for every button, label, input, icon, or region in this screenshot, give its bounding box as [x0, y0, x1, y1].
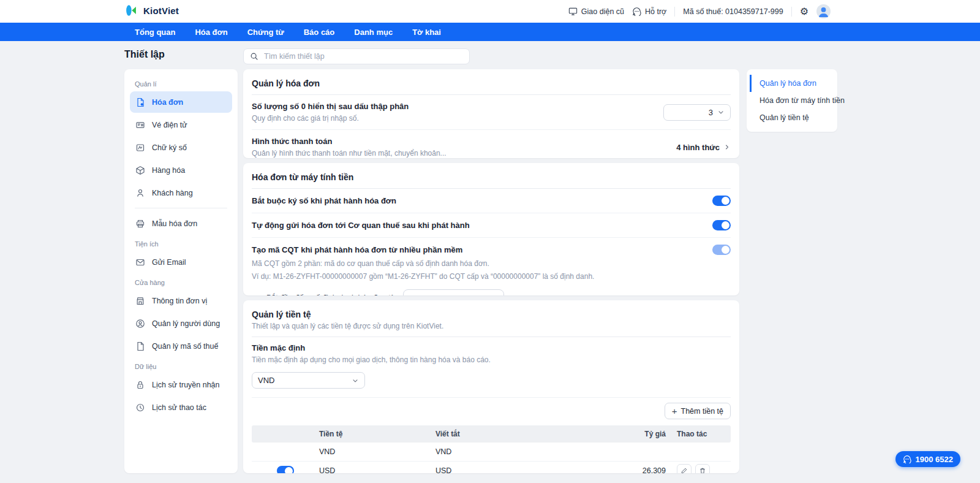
decimal-zeros-row: Số lượng số 0 hiển thị sau dấu thập phân… — [252, 95, 731, 130]
decimal-zeros-value: 3 — [709, 108, 713, 117]
main-nav: Tổng quan Hóa đơn Chứng từ Báo cáo Danh … — [0, 23, 980, 41]
nav-danh-muc[interactable]: Danh mục — [354, 28, 393, 37]
nav-bao-cao[interactable]: Báo cáo — [304, 28, 335, 37]
default-currency-label: Tiền mặc định — [252, 343, 731, 352]
require-signature-toggle[interactable] — [712, 196, 731, 206]
add-currency-button[interactable]: + Thêm tiền tệ — [665, 403, 731, 419]
sidebar-item-label: Lịch sử truyền nhận — [152, 381, 220, 389]
sidebar-item-label: Chữ ký số — [152, 143, 187, 152]
section-toc: Quản lý hóa đơn Hóa đơn từ máy tính tiền… — [747, 69, 837, 132]
counter-label: Bắt đầu đếm số định danh hóa đơn từ — [266, 294, 396, 295]
vnd-abbr-cell: VND — [435, 447, 614, 456]
default-currency-select[interactable]: VND — [252, 372, 365, 389]
payment-methods-row[interactable]: Hình thức thanh toán Quản lý hình thức t… — [252, 130, 731, 158]
sidebar-item-lich-su-truyen-nhan[interactable]: Lịch sử truyền nhận — [130, 374, 232, 395]
toc-hoa-don-tu-may-tinh-tien[interactable]: Hóa đơn từ máy tính tiền — [750, 92, 837, 109]
invoice-section-title: Quản lý hóa đơn — [252, 76, 731, 95]
sidebar-item-label: Lịch sử thao tác — [152, 403, 206, 412]
chat-bubble-icon — [632, 7, 641, 16]
counter-input[interactable] — [403, 289, 504, 295]
kiotviet-logo-icon — [124, 3, 139, 18]
sidebar-item-lich-su-thao-tac[interactable]: Lịch sử thao tác — [130, 397, 232, 418]
edit-usd-button[interactable] — [677, 464, 692, 474]
history-icon — [135, 403, 145, 413]
decimal-zeros-select[interactable]: 3 — [663, 104, 731, 121]
usd-currency-cell: USD — [319, 466, 435, 473]
package-icon — [135, 165, 145, 175]
require-signature-row: Bắt buộc ký số khi phát hành hóa đơn — [252, 189, 731, 213]
default-currency-desc: Tiền mặc định áp dụng cho mọi giao dịch,… — [252, 356, 731, 364]
payment-methods-count: 4 hình thức — [676, 143, 720, 152]
lock-icon — [135, 380, 145, 390]
settings-search[interactable] — [243, 48, 470, 64]
brand-name: KiotViet — [143, 6, 179, 16]
payment-methods-label: Hình thức thanh toán — [252, 137, 447, 146]
monitor-icon — [568, 7, 578, 16]
sidebar-item-chu-ky-so[interactable]: Chữ ký số — [130, 137, 232, 158]
sidebar-item-quan-ly-ma-so-thue[interactable]: Quản lý mã số thuế — [130, 335, 232, 357]
sidebar-item-label: Hàng hóa — [152, 166, 185, 175]
currency-table-header: Tiền tệ Viết tắt Tỷ giá Thao tác — [252, 425, 731, 443]
support-link[interactable]: Hỗ trợ — [632, 7, 666, 16]
counter-row: Bắt đầu đếm số định danh hóa đơn từ — [266, 289, 731, 295]
currency-table: Tiền tệ Viết tắt Tỷ giá Thao tác VND VND… — [252, 425, 731, 473]
sidebar-item-label: Hóa đơn — [152, 98, 183, 107]
toc-quan-ly-hoa-don[interactable]: Quản lý hóa đơn — [750, 75, 837, 92]
topbar-divider — [674, 7, 675, 17]
sidebar-item-thong-tin-don-vi[interactable]: Thông tin đơn vị — [130, 290, 232, 311]
sidebar-item-quan-ly-nguoi-dung[interactable]: Quản lý người dùng — [130, 313, 232, 334]
toc-quan-ly-tien-te[interactable]: Quản lý tiền tệ — [750, 109, 837, 126]
add-currency-label: Thêm tiền tệ — [681, 407, 723, 416]
nav-chung-tu[interactable]: Chứng từ — [247, 28, 284, 37]
sidebar-item-hang-hoa[interactable]: Hàng hóa — [130, 159, 232, 181]
header-viet-tat: Viết tắt — [435, 430, 614, 438]
sidebar-item-ve-dien-tu[interactable]: Vé điện tử — [130, 114, 232, 135]
support-label: Hỗ trợ — [645, 7, 666, 16]
currency-section-title: Quản lý tiền tệ — [252, 310, 731, 319]
nav-to-khai[interactable]: Tờ khai — [412, 28, 441, 37]
table-row-vnd: VND VND — [252, 443, 731, 462]
usd-rate-cell: 26,309 — [614, 466, 669, 473]
usd-enable-toggle[interactable] — [277, 466, 294, 473]
header-tien-te: Tiền tệ — [319, 430, 435, 438]
sidebar-item-mau-hoa-don[interactable]: Mẫu hóa đơn — [130, 213, 232, 234]
store-icon — [135, 296, 145, 306]
search-input[interactable] — [264, 52, 463, 61]
nav-hoa-don[interactable]: Hóa đơn — [195, 28, 227, 37]
default-currency-block: Tiền mặc định Tiền mặc định áp dụng cho … — [252, 337, 731, 398]
nav-tong-quan[interactable]: Tổng quan — [135, 28, 175, 37]
support-chat-button[interactable]: 1900 6522 — [895, 451, 960, 467]
topbar-right: Giao diện cũ Hỗ trợ Mã số thuế: 01043597… — [568, 0, 831, 23]
cqt-desc-2: Ví dụ: M1-26-ZYFHT-00000000007 gồm “M1-2… — [252, 272, 731, 281]
main-content: Quản lý hóa đơn Số lượng số 0 hiển thị s… — [243, 69, 739, 473]
pencil-icon — [680, 467, 688, 473]
topbar: KiotViet Giao diện cũ Hỗ trợ Mã số thuế:… — [0, 0, 980, 23]
brand-logo[interactable]: KiotViet — [124, 3, 179, 18]
decimal-zeros-label: Số lượng số 0 hiển thị sau dấu thập phân — [252, 102, 409, 111]
trash-icon — [699, 467, 706, 473]
avatar[interactable] — [816, 4, 831, 18]
sidebar-item-label: Mẫu hóa đơn — [152, 219, 197, 228]
sidebar-item-hoa-don[interactable]: Hóa đơn — [130, 91, 232, 113]
currency-section-subtitle: Thiết lập và quản lý các tiền tệ được sử… — [252, 322, 731, 330]
payment-methods-value[interactable]: 4 hình thức — [676, 143, 731, 152]
require-signature-label: Bắt buộc ký số khi phát hành hóa đơn — [252, 196, 396, 205]
cqt-code-toggle[interactable] — [712, 245, 731, 255]
decimal-zeros-desc: Quy định cho các giá trị nhập số. — [252, 114, 409, 123]
ticket-icon — [135, 120, 145, 130]
vnd-currency-cell: VND — [319, 447, 435, 456]
pos-section-title: Hóa đơn từ máy tính tiền — [252, 170, 731, 189]
email-icon — [135, 257, 145, 267]
auto-send-toggle[interactable] — [712, 220, 731, 230]
old-ui-link[interactable]: Giao diện cũ — [568, 7, 624, 16]
sidebar-item-gui-email[interactable]: Gửi Email — [130, 251, 232, 273]
gear-icon[interactable]: ⚙ — [800, 7, 809, 17]
delete-usd-button[interactable] — [695, 464, 710, 474]
old-ui-label: Giao diện cũ — [581, 7, 624, 16]
pos-invoice-card: Hóa đơn từ máy tính tiền Bắt buộc ký số … — [243, 163, 739, 295]
header-ty-gia: Tỷ giá — [614, 430, 669, 438]
sidebar-item-label: Khách hàng — [152, 189, 193, 197]
search-icon — [250, 52, 258, 61]
invoice-icon — [135, 97, 145, 107]
sidebar-item-khach-hang[interactable]: Khách hàng — [130, 182, 232, 203]
